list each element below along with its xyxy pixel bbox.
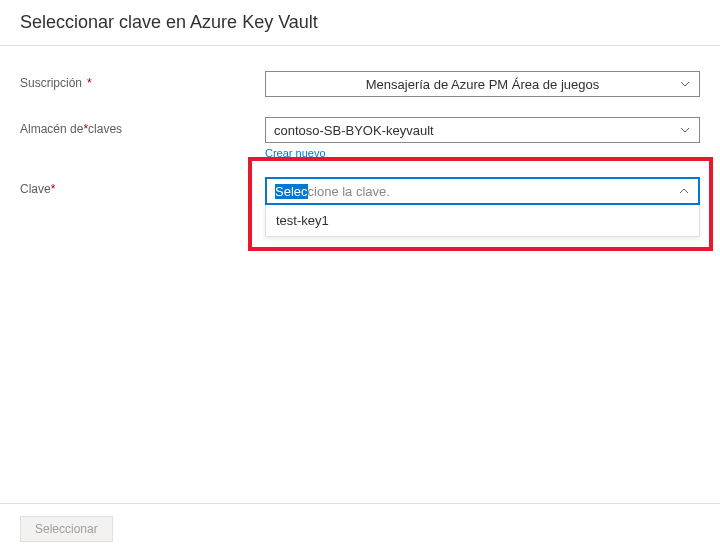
key-dropdown: test-key1	[265, 205, 700, 237]
subscription-row: Suscripción* Mensajería de Azure PM Área…	[20, 71, 700, 97]
select-button[interactable]: Seleccionar	[20, 516, 113, 542]
keyvault-label: Almacén de*claves	[20, 117, 265, 136]
create-new-link[interactable]: Crear nuevo	[265, 147, 700, 159]
chevron-down-icon	[679, 78, 691, 90]
subscription-label: Suscripción*	[20, 71, 265, 90]
key-label: Clave*	[20, 177, 265, 196]
key-placeholder: Seleccione la clave.	[275, 184, 390, 199]
key-option[interactable]: test-key1	[266, 205, 699, 236]
key-select[interactable]: Seleccione la clave.	[265, 177, 700, 205]
keyvault-row: Almacén de*claves contoso-SB-BYOK-keyvau…	[20, 117, 700, 159]
chevron-up-icon	[678, 185, 690, 197]
footer-bar: Seleccionar	[0, 503, 720, 554]
required-indicator: *	[87, 76, 92, 90]
subscription-select[interactable]: Mensajería de Azure PM Área de juegos	[265, 71, 700, 97]
subscription-value: Mensajería de Azure PM Área de juegos	[366, 77, 599, 92]
required-indicator: *	[51, 182, 56, 196]
keyvault-select[interactable]: contoso-SB-BYOK-keyvault	[265, 117, 700, 143]
keyvault-value: contoso-SB-BYOK-keyvault	[274, 123, 434, 138]
chevron-down-icon	[679, 124, 691, 136]
page-title: Seleccionar clave en Azure Key Vault	[20, 12, 700, 33]
key-row: Clave* Seleccione la clave. test-key1	[20, 177, 700, 237]
